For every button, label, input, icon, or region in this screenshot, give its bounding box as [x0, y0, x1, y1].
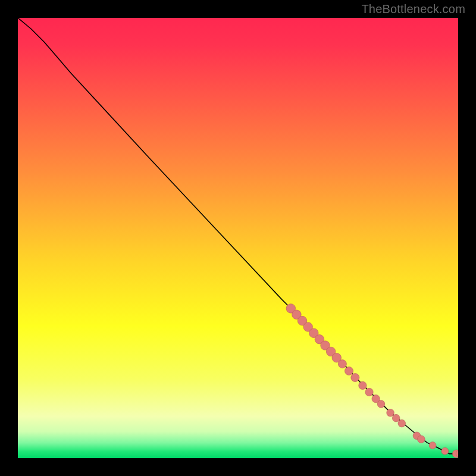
data-marker [387, 409, 394, 416]
data-marker [392, 414, 400, 422]
watermark-text: TheBottleneck.com [361, 2, 465, 16]
data-marker [338, 360, 346, 368]
data-marker [359, 381, 367, 389]
gradient-background [18, 18, 458, 458]
data-marker [429, 442, 436, 449]
plot-svg [18, 18, 458, 458]
data-marker [398, 419, 406, 427]
data-marker [365, 388, 373, 396]
data-marker [418, 436, 425, 443]
chart-frame: TheBottleneck.com [0, 0, 476, 476]
plot-area [18, 18, 458, 458]
data-marker [441, 447, 449, 455]
data-marker [345, 367, 353, 375]
data-marker [351, 374, 359, 382]
data-marker [377, 400, 385, 408]
